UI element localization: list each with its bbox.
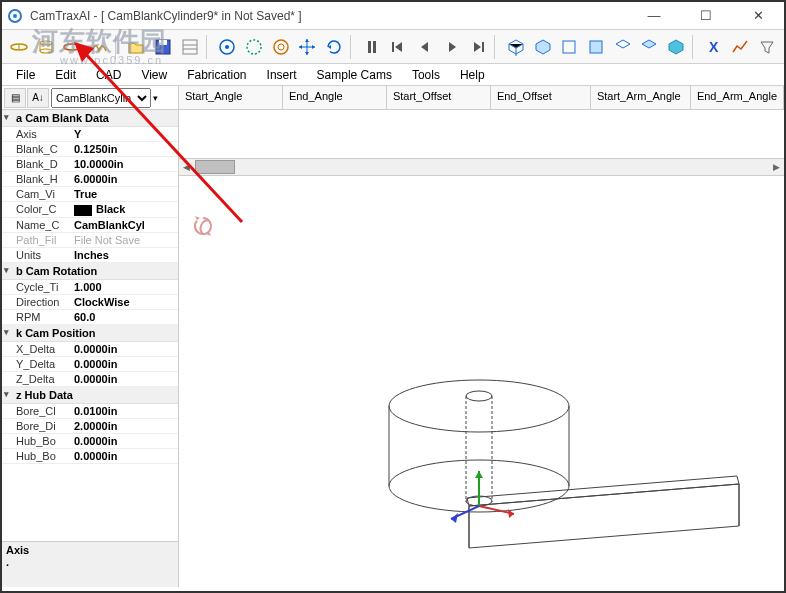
top-view-icon[interactable] bbox=[610, 34, 636, 60]
bottom-view-icon[interactable] bbox=[637, 34, 663, 60]
prop-group-header[interactable]: z Hub Data bbox=[2, 387, 178, 404]
prop-value[interactable]: 0.0000in bbox=[74, 450, 176, 462]
prop-value[interactable]: Y bbox=[74, 128, 176, 140]
open-file-icon[interactable] bbox=[124, 34, 150, 60]
menu-edit[interactable]: Edit bbox=[47, 66, 84, 84]
prop-value[interactable]: File Not Save bbox=[74, 234, 176, 246]
chart-icon[interactable] bbox=[727, 34, 753, 60]
col-end-offset[interactable]: End_Offset bbox=[491, 86, 591, 109]
new-linear-cam-icon[interactable] bbox=[86, 34, 112, 60]
prop-row[interactable]: Name_CCamBlankCyl bbox=[2, 218, 178, 233]
prop-row[interactable]: RPM60.0 bbox=[2, 310, 178, 325]
prop-row[interactable]: DirectionClockWise bbox=[2, 295, 178, 310]
col-start-offset[interactable]: Start_Offset bbox=[387, 86, 491, 109]
prop-value[interactable]: 0.0000in bbox=[74, 435, 176, 447]
prop-value[interactable]: 60.0 bbox=[74, 311, 176, 323]
new-barrel-cam-icon[interactable] bbox=[33, 34, 59, 60]
prop-value[interactable]: 0.0000in bbox=[74, 373, 176, 385]
prop-value[interactable]: 2.0000in bbox=[74, 420, 176, 432]
prop-value[interactable]: 0.0000in bbox=[74, 343, 176, 355]
filter-icon[interactable] bbox=[754, 34, 780, 60]
prop-value[interactable]: 1.000 bbox=[74, 281, 176, 293]
prop-row[interactable]: Z_Delta0.0000in bbox=[2, 372, 178, 387]
prop-value[interactable]: 0.0000in bbox=[74, 358, 176, 370]
front-view-icon[interactable] bbox=[557, 34, 583, 60]
prop-value[interactable]: Inches bbox=[74, 249, 176, 261]
iso-view-2-icon[interactable] bbox=[530, 34, 556, 60]
prop-row[interactable]: AxisY bbox=[2, 127, 178, 142]
prop-value[interactable]: 0.0100in bbox=[74, 405, 176, 417]
prop-row[interactable]: Blank_H6.0000in bbox=[2, 172, 178, 187]
menu-sample-cams[interactable]: Sample Cams bbox=[309, 66, 400, 84]
move-center-icon[interactable] bbox=[295, 34, 321, 60]
x-axis-icon[interactable]: X bbox=[701, 34, 727, 60]
rewind-full-icon[interactable] bbox=[386, 34, 412, 60]
cam-profile-icon[interactable] bbox=[215, 34, 241, 60]
new-face-cam-icon[interactable] bbox=[59, 34, 85, 60]
sort-alpha-icon[interactable]: A↓ bbox=[27, 88, 49, 108]
new-disc-cam-icon[interactable] bbox=[6, 34, 32, 60]
prop-value[interactable]: 10.0000in bbox=[74, 158, 176, 170]
close-button[interactable]: ✕ bbox=[736, 3, 780, 29]
prop-group-header[interactable]: b Cam Rotation bbox=[2, 263, 178, 280]
svg-marker-23 bbox=[299, 45, 302, 49]
menu-file[interactable]: File bbox=[8, 66, 43, 84]
prop-value[interactable]: 0.1250in bbox=[74, 143, 176, 155]
property-grid[interactable]: a Cam Blank DataAxisYBlank_C0.1250inBlan… bbox=[2, 110, 178, 541]
prop-value[interactable]: CamBlankCyl bbox=[74, 219, 176, 231]
prop-value[interactable]: True bbox=[74, 188, 176, 200]
prop-row[interactable]: Cam_ViTrue bbox=[2, 187, 178, 202]
prop-value[interactable]: ClockWise bbox=[74, 296, 176, 308]
sort-categorized-icon[interactable]: ▤ bbox=[4, 88, 26, 108]
prop-row[interactable]: UnitsInches bbox=[2, 248, 178, 263]
col-start-arm-angle[interactable]: Start_Arm_Angle bbox=[591, 86, 691, 109]
col-end-angle[interactable]: End_Angle bbox=[283, 86, 387, 109]
prop-row[interactable]: Cycle_Ti1.000 bbox=[2, 280, 178, 295]
prop-group-header[interactable]: a Cam Blank Data bbox=[2, 110, 178, 127]
forward-full-icon[interactable] bbox=[466, 34, 492, 60]
prop-row[interactable]: Hub_Bo0.0000in bbox=[2, 434, 178, 449]
property-description: Axis. bbox=[2, 541, 178, 587]
prop-row[interactable]: Blank_D10.0000in bbox=[2, 157, 178, 172]
svg-point-4 bbox=[40, 41, 52, 45]
cam-path-icon[interactable] bbox=[241, 34, 267, 60]
prop-row[interactable]: Color_CBlack bbox=[2, 202, 178, 218]
iso-view-1-icon[interactable] bbox=[503, 34, 529, 60]
save-file-icon[interactable] bbox=[150, 34, 176, 60]
maximize-button[interactable]: ☐ bbox=[684, 3, 728, 29]
minimize-button[interactable]: — bbox=[632, 3, 676, 29]
menu-cad[interactable]: CAD bbox=[88, 66, 129, 84]
menu-fabrication[interactable]: Fabrication bbox=[179, 66, 254, 84]
cam-bore-icon[interactable] bbox=[268, 34, 294, 60]
object-selector[interactable]: CamBlankCylin bbox=[51, 88, 151, 108]
menu-insert[interactable]: Insert bbox=[259, 66, 305, 84]
prop-value[interactable]: 6.0000in bbox=[74, 173, 176, 185]
side-view-icon[interactable] bbox=[583, 34, 609, 60]
scroll-left-icon[interactable]: ◀ bbox=[179, 159, 195, 175]
prop-row[interactable]: Hub_Bo0.0000in bbox=[2, 449, 178, 464]
step-forward-icon[interactable] bbox=[439, 34, 465, 60]
prop-row[interactable]: Path_FilFile Not Save bbox=[2, 233, 178, 248]
shaded-view-icon[interactable] bbox=[663, 34, 689, 60]
horizontal-scrollbar[interactable]: ◀ ▶ bbox=[179, 158, 784, 176]
prop-group-header[interactable]: k Cam Position bbox=[2, 325, 178, 342]
3d-viewport[interactable] bbox=[179, 176, 784, 587]
col-end-arm-angle[interactable]: End_Arm_Angle bbox=[691, 86, 784, 109]
prop-row[interactable]: Bore_Cl0.0100in bbox=[2, 404, 178, 419]
menu-help[interactable]: Help bbox=[452, 66, 493, 84]
prop-value[interactable]: Black bbox=[74, 203, 176, 216]
col-start-angle[interactable]: Start_Angle bbox=[179, 86, 283, 109]
pause-icon[interactable] bbox=[359, 34, 385, 60]
scroll-right-icon[interactable]: ▶ bbox=[768, 159, 784, 175]
menu-tools[interactable]: Tools bbox=[404, 66, 448, 84]
prop-row[interactable]: Y_Delta0.0000in bbox=[2, 357, 178, 372]
menu-view[interactable]: View bbox=[133, 66, 175, 84]
prop-row[interactable]: Bore_Di2.0000in bbox=[2, 419, 178, 434]
rotate-icon[interactable] bbox=[321, 34, 347, 60]
prop-row[interactable]: Blank_C0.1250in bbox=[2, 142, 178, 157]
prop-row[interactable]: X_Delta0.0000in bbox=[2, 342, 178, 357]
properties-icon[interactable] bbox=[177, 34, 203, 60]
step-back-icon[interactable] bbox=[412, 34, 438, 60]
refresh-icon[interactable] bbox=[191, 214, 215, 238]
svg-point-16 bbox=[247, 40, 261, 54]
